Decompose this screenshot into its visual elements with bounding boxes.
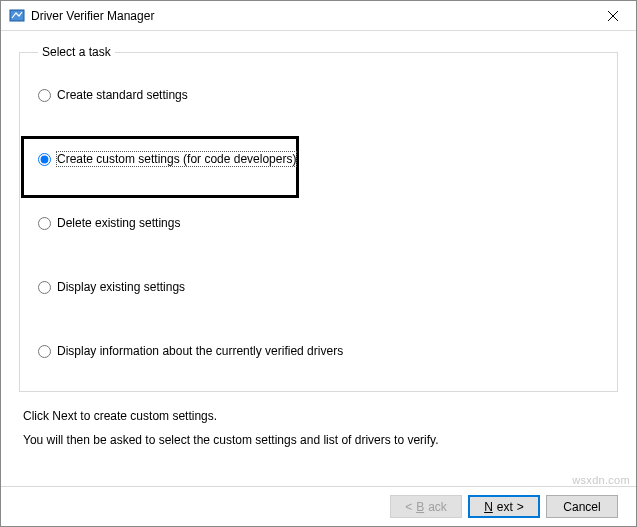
radio-custom[interactable] — [38, 153, 51, 166]
radio-info[interactable] — [38, 345, 51, 358]
instruction-line1: Click Next to create custom settings. — [23, 406, 614, 426]
instructions: Click Next to create custom settings. Yo… — [23, 406, 614, 451]
content-area: Select a task Create standard settings C… — [1, 31, 636, 465]
radio-row-standard[interactable]: Create standard settings — [38, 85, 599, 105]
button-bar: < Back Next > Cancel — [1, 486, 636, 526]
svg-rect-0 — [10, 10, 24, 21]
titlebar: Driver Verifier Manager — [1, 1, 636, 31]
radio-delete[interactable] — [38, 217, 51, 230]
radio-row-delete[interactable]: Delete existing settings — [38, 213, 599, 233]
watermark: wsxdn.com — [572, 474, 630, 486]
radio-standard[interactable] — [38, 89, 51, 102]
radio-display[interactable] — [38, 281, 51, 294]
back-button: < Back — [390, 495, 462, 518]
next-button[interactable]: Next > — [468, 495, 540, 518]
radio-delete-label[interactable]: Delete existing settings — [57, 216, 180, 230]
close-button[interactable] — [590, 1, 636, 31]
app-icon — [9, 8, 25, 24]
next-mnemonic: N — [484, 500, 493, 514]
close-icon — [608, 11, 618, 21]
back-mnemonic: B — [416, 500, 424, 514]
radio-display-label[interactable]: Display existing settings — [57, 280, 185, 294]
radio-custom-label[interactable]: Create custom settings (for code develop… — [57, 152, 296, 166]
radio-info-label[interactable]: Display information about the currently … — [57, 344, 343, 358]
next-suffix: > — [517, 500, 524, 514]
back-rest: ack — [428, 500, 447, 514]
back-prefix: < — [405, 500, 412, 514]
radio-row-info[interactable]: Display information about the currently … — [38, 341, 599, 361]
window-title: Driver Verifier Manager — [31, 9, 590, 23]
cancel-button[interactable]: Cancel — [546, 495, 618, 518]
next-rest: ext — [497, 500, 513, 514]
radio-row-display[interactable]: Display existing settings — [38, 277, 599, 297]
radio-standard-label[interactable]: Create standard settings — [57, 88, 188, 102]
group-legend: Select a task — [38, 45, 115, 59]
instruction-line2: You will then be asked to select the cus… — [23, 430, 614, 450]
radio-row-custom[interactable]: Create custom settings (for code develop… — [38, 149, 599, 169]
task-group: Select a task Create standard settings C… — [19, 45, 618, 392]
